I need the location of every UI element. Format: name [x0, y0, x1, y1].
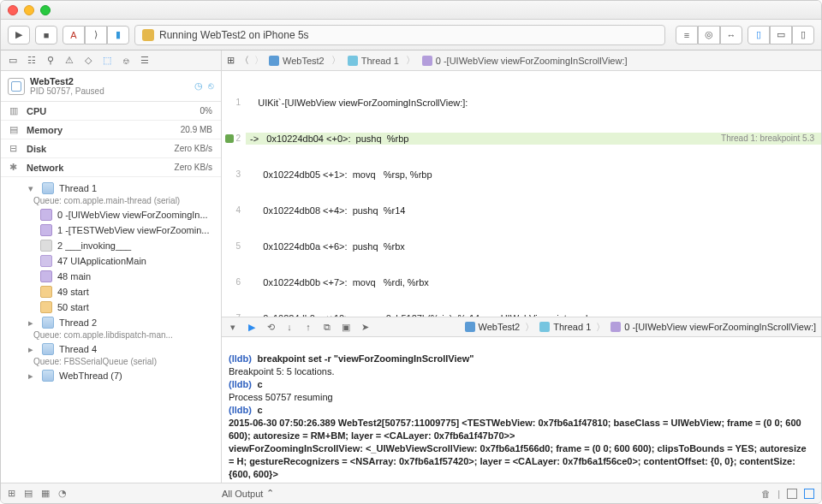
traffic-lights [8, 5, 51, 15]
capture-gpu-icon[interactable]: ◷ [194, 80, 203, 92]
frame-row[interactable]: 2 ___invoking___ [1, 238, 221, 253]
thread-icon [42, 370, 54, 382]
thread-icon [42, 182, 54, 194]
thread-list: ▾Thread 1 Queue: com.apple.main-thread (… [1, 177, 221, 383]
debug-navigator: WebTest2 PID 50757, Paused ◷ ⎋ ▥CPU0% ▤M… [1, 71, 222, 483]
continue-icon[interactable]: ▶ [246, 322, 258, 333]
hide-debug-icon[interactable]: ▾ [227, 322, 239, 333]
navigator-selector: ▭ ☷ ⚲ ⚠ ◇ ⬚ ⎊ ☰ [1, 50, 222, 70]
process-subtitle: PID 50757, Paused [30, 86, 104, 96]
disclosure-icon[interactable]: ▸ [28, 317, 37, 329]
crumb-frame[interactable]: 0 -[UIWebView viewForZoomingInScrollView… [436, 56, 628, 66]
activity-status: Running WebTest2 on iPhone 5s [134, 25, 665, 45]
cpu-gauge[interactable]: ▥CPU0% [1, 102, 221, 121]
jump-bar[interactable]: ⊞ 〈 〉 WebTest2 〉 Thread 1 〉 0 -[UIWebVie… [222, 54, 821, 67]
toggle-utilities-button[interactable]: ▯ [792, 26, 814, 44]
back-icon[interactable]: 〈 [240, 54, 249, 67]
show-variables-icon[interactable] [787, 489, 797, 499]
zoom-window-button[interactable] [40, 5, 51, 15]
disk-icon: ⊟ [9, 143, 21, 154]
toggle-debug-button[interactable]: ▭ [770, 26, 792, 44]
editor-version-button[interactable]: ↔ [720, 26, 742, 44]
stop-button[interactable]: ■ [35, 26, 57, 44]
device-button[interactable]: ▮ [107, 26, 129, 44]
destination-button[interactable]: ⟩ [85, 26, 107, 44]
frame-icon [40, 255, 52, 267]
memory-graph-icon[interactable]: ▣ [340, 322, 352, 333]
disclosure-icon[interactable]: ▸ [28, 344, 37, 355]
run-button[interactable]: ▶ [8, 26, 30, 44]
editor-standard-button[interactable]: ≡ [676, 26, 698, 44]
main-toolbar: ▶ ■ A ⟩ ▮ Running WebTest2 on iPhone 5s … [1, 20, 821, 50]
frame-icon [40, 301, 52, 313]
crumb-thread[interactable]: Thread 1 [361, 56, 399, 66]
close-window-button[interactable] [8, 5, 18, 15]
breakpoint-note: Thread 1: breakpoint 5.3 [721, 133, 821, 145]
percent-icon[interactable]: ◔ [58, 488, 67, 499]
editor-area: 1 UIKit`-[UIWebView viewForZoomingInScro… [222, 71, 821, 483]
step-over-icon[interactable]: ⟲ [265, 322, 277, 333]
filter-thread-icon[interactable]: ▤ [24, 488, 33, 499]
thread-queue-label: Queue: com.apple.main-thread (serial) [1, 194, 221, 207]
bottom-bar: ⊞ ▤ ▦ ◔ All Output⌃ 🗑 | [1, 483, 821, 503]
thread-icon [42, 343, 54, 355]
breakpoint-marker-icon[interactable] [225, 134, 234, 143]
process-name: WebTest2 [30, 76, 104, 86]
toggle-navigator-button[interactable]: ▯ [748, 26, 770, 44]
memory-gauge[interactable]: ▤Memory20.9 MB [1, 121, 221, 139]
test-navigator-icon[interactable]: ◇ [81, 54, 95, 68]
show-console-icon[interactable] [804, 489, 814, 499]
frame-row[interactable]: 49 start [1, 284, 221, 299]
file-navigator-icon[interactable]: ▭ [6, 54, 20, 68]
frame-icon [40, 224, 52, 236]
chevron-updown-icon: ⌃ [266, 488, 274, 499]
scheme-button[interactable]: A [63, 26, 85, 44]
debug-crumbs[interactable]: WebTest2 〉 Thread 1 〉 0 -[UIWebView view… [465, 321, 817, 334]
frame-icon [40, 209, 52, 221]
thread-queue-label: Queue: FBSSerialQueue (serial) [1, 355, 221, 368]
issue-navigator-icon[interactable]: ⚠ [63, 54, 76, 68]
location-icon[interactable]: ⎋ [208, 80, 214, 92]
view-hierarchy-icon[interactable]: ⧉ [321, 322, 333, 333]
disk-gauge[interactable]: ⊟DiskZero KB/s [1, 139, 221, 158]
jump-bar-row: ▭ ☷ ⚲ ⚠ ◇ ⬚ ⎊ ☰ ⊞ 〈 〉 WebTest2 〉 Thread … [1, 50, 821, 71]
find-navigator-icon[interactable]: ⚲ [44, 54, 57, 68]
disclosure-icon[interactable]: ▾ [28, 183, 37, 194]
frame-row[interactable]: 50 start [1, 299, 221, 315]
status-text: Running WebTest2 on iPhone 5s [159, 29, 309, 41]
related-items-icon[interactable]: ⊞ [227, 55, 235, 66]
step-into-icon[interactable]: ↓ [283, 322, 295, 332]
disassembly-view[interactable]: 1 UIKit`-[UIWebView viewForZoomingInScro… [222, 71, 821, 317]
minimize-window-button[interactable] [24, 5, 34, 15]
crumb-project[interactable]: WebTest2 [283, 56, 325, 66]
frame-icon [40, 286, 52, 298]
editor-assistant-button[interactable]: ◎ [698, 26, 720, 44]
frame-row[interactable]: 1 -[TESTWebView viewForZoomin... [1, 222, 221, 238]
frame-row[interactable]: 48 main [1, 269, 221, 284]
process-header[interactable]: WebTest2 PID 50757, Paused ◷ ⎋ [1, 71, 221, 102]
cpu-icon: ▥ [9, 105, 21, 116]
thread-queue-label: Queue: com.apple.libdispatch-man... [1, 329, 221, 341]
memory-icon: ▤ [9, 124, 21, 135]
breakpoint-navigator-icon[interactable]: ⎊ [119, 54, 133, 68]
output-filter[interactable]: All Output⌃ [222, 488, 274, 499]
network-icon: ✱ [9, 162, 21, 173]
frame-chip-icon [422, 56, 432, 66]
symbol-navigator-icon[interactable]: ☷ [25, 54, 39, 68]
disclosure-icon[interactable]: ▸ [28, 371, 37, 382]
thread-row[interactable]: ▸WebThread (7) [1, 368, 221, 383]
step-out-icon[interactable]: ↑ [302, 322, 314, 332]
filter-crashed-icon[interactable]: ▦ [41, 488, 50, 499]
frame-row[interactable]: 47 UIApplicationMain [1, 253, 221, 269]
debug-navigator-icon[interactable]: ⬚ [100, 54, 114, 68]
status-icon [142, 29, 154, 41]
debug-console[interactable]: (lldb) breakpoint set -r "viewForZooming… [222, 337, 821, 483]
simulate-location-icon[interactable]: ➤ [359, 322, 371, 333]
network-gauge[interactable]: ✱NetworkZero KB/s [1, 158, 221, 177]
trash-icon[interactable]: 🗑 [761, 489, 771, 499]
filter-process-icon[interactable]: ⊞ [8, 488, 15, 499]
frame-row[interactable]: 0 -[UIWebView viewForZoomingIn... [1, 207, 221, 222]
frame-icon [40, 270, 52, 282]
forward-icon[interactable]: 〉 [254, 54, 264, 67]
report-navigator-icon[interactable]: ☰ [138, 54, 152, 68]
